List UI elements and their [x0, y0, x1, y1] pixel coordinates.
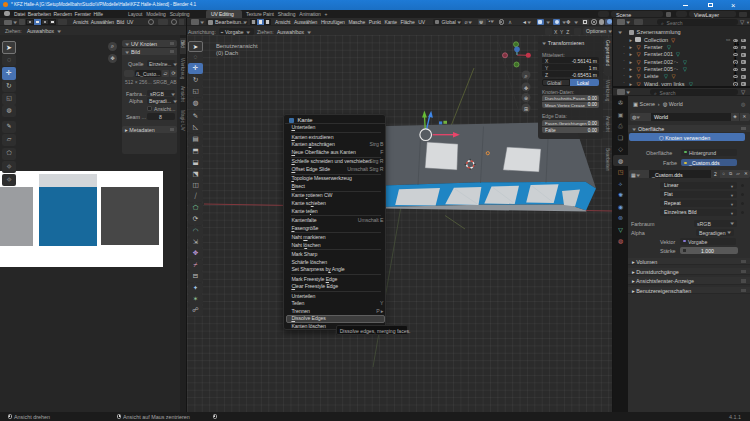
- svg-text:⊞: ⊞: [524, 106, 528, 112]
- svg-text:✥: ✥: [524, 85, 528, 91]
- svg-text:⌕: ⌕: [524, 73, 527, 79]
- svg-text:⊛: ⊛: [524, 95, 528, 101]
